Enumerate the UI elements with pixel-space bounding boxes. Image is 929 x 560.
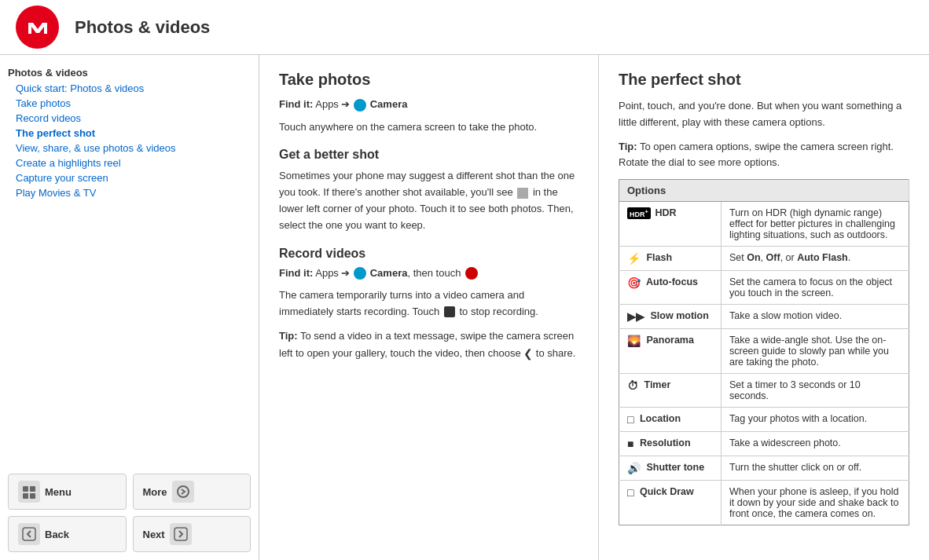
arrow-icon: ➔ <box>341 98 350 110</box>
option-desc-slowmotion: Take a slow motion video. <box>722 305 909 329</box>
sidebar-nav: Photos & videos Quick start: Photos & vi… <box>8 67 251 200</box>
table-row: ⏱ Timer Set a timer to 3 seconds or 10 s… <box>619 374 909 408</box>
quickdraw-icon: □ <box>627 486 633 499</box>
table-row: 🔊 Shutter tone Turn the shutter click on… <box>619 456 909 481</box>
next-icon <box>170 523 192 545</box>
svg-rect-6 <box>23 528 35 540</box>
option-desc-hdr: Turn on HDR (high dynamic range) effect … <box>722 202 909 247</box>
options-table-header: Options <box>619 180 909 202</box>
sidebar-item-perfectshot[interactable]: The perfect shot <box>8 126 251 141</box>
better-shot-body: Sometimes your phone may suggest a diffe… <box>279 168 578 233</box>
sidebar-section-header: Photos & videos <box>8 67 251 79</box>
panorama-icon: 🌄 <box>627 335 641 347</box>
menu-button[interactable]: Menu <box>8 474 127 510</box>
option-desc-autofocus: Set the camera to focus on the object yo… <box>722 271 909 305</box>
camera-label2: Camera <box>370 267 408 279</box>
options-table: Options HDR+ HDR Turn on HDR (high dynam… <box>619 179 909 525</box>
sidebar-item-viewshare[interactable]: View, share, & use photos & videos <box>8 141 251 156</box>
record-videos-tip: Tip: To send a video in a text message, … <box>279 328 578 362</box>
record-videos-title: Record videos <box>279 247 578 261</box>
option-desc-timer: Set a timer to 3 seconds or 10 seconds. <box>722 374 909 408</box>
camera-icon <box>354 99 366 112</box>
sidebar-item-capturescreen[interactable]: Capture your screen <box>8 170 251 185</box>
apps-label2: Apps <box>315 267 341 279</box>
bottom-navigation: Menu More Back <box>8 474 251 552</box>
table-row: 🎯 Auto-focus Set the camera to focus on … <box>619 271 909 305</box>
motorola-logo <box>16 5 59 49</box>
content-area: Take photos Find it: Apps ➔ Camera Touch… <box>259 55 929 560</box>
menu-icon <box>18 481 40 503</box>
svg-point-0 <box>23 13 53 42</box>
table-row: □ Location Tag your photos with a locati… <box>619 408 909 432</box>
perfect-shot-tip-text: To open camera options, swipe the camera… <box>619 141 894 169</box>
inline-preview-box <box>517 188 528 199</box>
perfect-shot-tip-label: Tip: <box>619 141 637 152</box>
sidebar: Photos & videos Quick start: Photos & vi… <box>0 55 259 560</box>
arrow-icon2: ➔ <box>341 267 350 279</box>
svg-point-5 <box>178 486 189 497</box>
record-videos-body: The camera temporarily turns into a vide… <box>279 287 578 320</box>
table-row: ▶▶ Slow motion Take a slow motion video. <box>619 305 909 329</box>
more-label: More <box>143 486 167 498</box>
record-videos-findit: Find it: Apps ➔ Camera, then touch <box>279 267 578 280</box>
slowmotion-icon: ▶▶ <box>627 310 644 323</box>
shuttertone-icon: 🔊 <box>627 462 641 474</box>
camera-label: Camera <box>370 98 408 110</box>
sidebar-item-recordvideos[interactable]: Record videos <box>8 111 251 126</box>
svg-rect-2 <box>30 486 35 492</box>
table-row: HDR+ HDR Turn on HDR (high dynamic range… <box>619 202 909 247</box>
main-layout: Photos & videos Quick start: Photos & vi… <box>0 55 929 560</box>
camera-icon2 <box>354 267 366 280</box>
more-button[interactable]: More <box>133 474 252 510</box>
option-name-timer: ⏱ Timer <box>619 374 722 408</box>
page-title: Photos & videos <box>75 17 210 38</box>
hdr-badge: HDR+ <box>627 207 651 219</box>
next-label: Next <box>143 529 165 540</box>
then-touch: , then touch <box>407 267 464 279</box>
flash-icon: ⚡ <box>627 252 641 265</box>
perfect-shot-title: The perfect shot <box>619 71 909 89</box>
back-button[interactable]: Back <box>8 516 127 552</box>
sidebar-item-takephotos[interactable]: Take photos <box>8 96 251 111</box>
svg-rect-7 <box>174 528 187 540</box>
menu-label: Menu <box>45 486 72 498</box>
take-photos-findit: Find it: Apps ➔ Camera <box>279 98 578 112</box>
table-row: ⚡ Flash Set On, Off, or Auto Flash. <box>619 247 909 271</box>
take-photos-body: Touch anywhere on the camera screen to t… <box>279 119 578 136</box>
tip-label: Tip: <box>279 330 298 342</box>
better-shot-title: Get a better shot <box>279 148 578 162</box>
option-name-flash: ⚡ Flash <box>619 247 722 271</box>
table-row: 🌄 Panorama Take a wide-angle shot. Use t… <box>619 329 909 374</box>
location-icon: □ <box>627 413 633 426</box>
option-name-autofocus: 🎯 Auto-focus <box>619 271 722 305</box>
sidebar-item-playmovies[interactable]: Play Movies & TV <box>8 185 251 200</box>
apps-label: Apps <box>315 98 341 110</box>
sidebar-item-quickstart[interactable]: Quick start: Photos & videos <box>8 81 251 96</box>
option-name-shuttertone: 🔊 Shutter tone <box>619 456 722 481</box>
timer-icon: ⏱ <box>627 379 638 392</box>
option-desc-resolution: Take a widescreen photo. <box>722 432 909 456</box>
table-row: ■ Resolution Take a widescreen photo. <box>619 432 909 456</box>
back-label: Back <box>45 529 69 540</box>
next-button[interactable]: Next <box>133 516 252 552</box>
option-name-hdr: HDR+ HDR <box>619 202 722 247</box>
findit-label2: Find it: <box>279 267 313 279</box>
option-desc-panorama: Take a wide-angle shot. Use the on-scree… <box>722 329 909 374</box>
findit-label: Find it: <box>279 98 313 110</box>
sidebar-item-highlights[interactable]: Create a highlights reel <box>8 156 251 170</box>
record-video-icon <box>465 267 478 280</box>
autofocus-icon: 🎯 <box>627 276 641 289</box>
left-content: Take photos Find it: Apps ➔ Camera Touch… <box>259 55 599 560</box>
option-desc-shuttertone: Turn the shutter click on or off. <box>722 456 909 481</box>
perfect-shot-intro: Point, touch, and you're done. But when … <box>619 98 909 131</box>
option-name-resolution: ■ Resolution <box>619 432 722 456</box>
share-icon: ❮ <box>523 345 533 362</box>
stop-icon <box>444 306 455 317</box>
svg-rect-3 <box>23 493 28 499</box>
option-name-location: □ Location <box>619 408 722 432</box>
option-desc-location: Tag your photos with a location. <box>722 408 909 432</box>
option-name-panorama: 🌄 Panorama <box>619 329 722 374</box>
option-desc-quickdraw: When your phone is asleep, if you hold i… <box>722 481 909 525</box>
right-content: The perfect shot Point, touch, and you'r… <box>599 55 929 560</box>
resolution-icon: ■ <box>627 437 633 450</box>
